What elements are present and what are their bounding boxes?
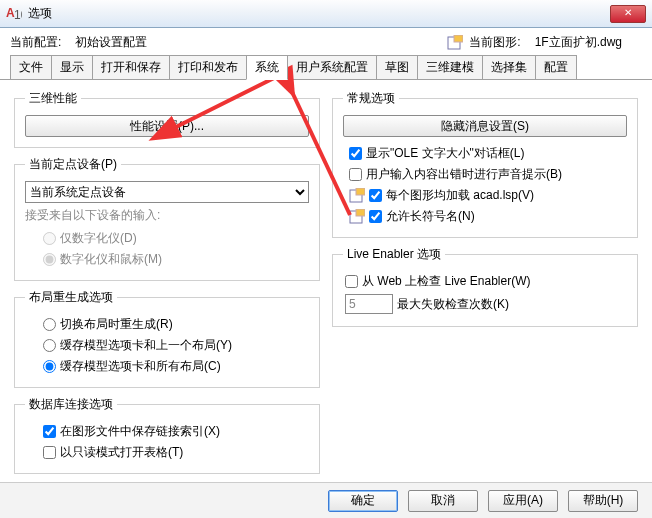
help-button[interactable]: 帮助(H) <box>568 490 638 512</box>
radio-digitizer-and-mouse <box>43 253 56 266</box>
apply-button[interactable]: 应用(A) <box>488 490 558 512</box>
opt-digitizer-only: 仅数字化仪(D) <box>25 228 309 249</box>
right-column: 常规选项 隐藏消息设置(S) 显示"OLE 文字大小"对话框(L) 用户输入内容… <box>332 90 638 474</box>
group-3d-performance: 三维性能 性能设置(P)... <box>14 90 320 148</box>
group-layout-title: 布局重生成选项 <box>25 289 117 306</box>
opt-cache-all[interactable]: 缓存模型选项卡和所有布局(C) <box>25 356 309 377</box>
group-pointing-device: 当前定点设备(P) 当前系统定点设备 接受来自以下设备的输入: 仅数字化仪(D)… <box>14 156 320 281</box>
performance-settings-button[interactable]: 性能设置(P)... <box>25 115 309 137</box>
tab-drafting[interactable]: 草图 <box>376 55 418 79</box>
check-long-names[interactable] <box>369 210 382 223</box>
radio-cache-last[interactable] <box>43 339 56 352</box>
tab-display[interactable]: 显示 <box>51 55 93 79</box>
tab-open-save[interactable]: 打开和保存 <box>92 55 170 79</box>
svg-rect-3 <box>454 35 463 42</box>
group-db-connect: 数据库连接选项 在图形文件中保存链接索引(X) 以只读模式打开表格(T) <box>14 396 320 474</box>
opt-long-names[interactable]: 允许长符号名(N) <box>343 206 627 227</box>
svg-rect-7 <box>356 209 365 216</box>
opt-beep-error[interactable]: 用户输入内容出错时进行声音提示(B) <box>343 164 627 185</box>
titlebar: A10 选项 ✕ <box>0 0 652 28</box>
current-drawing-value: 1F立面扩初.dwg <box>535 34 622 51</box>
tab-user-prefs[interactable]: 用户系统配置 <box>287 55 377 79</box>
opt-save-link-index[interactable]: 在图形文件中保存链接索引(X) <box>25 421 309 442</box>
check-readonly-tables[interactable] <box>43 446 56 459</box>
drawing-badge-icon-2 <box>349 209 365 225</box>
drawing-icon <box>447 35 463 51</box>
drawing-badge-icon <box>349 188 365 204</box>
radio-digitizer-only <box>43 232 56 245</box>
max-fail-input[interactable] <box>345 294 393 314</box>
group-live-title: Live Enabler 选项 <box>343 246 445 263</box>
tab-files[interactable]: 文件 <box>10 55 52 79</box>
opt-readonly-tables[interactable]: 以只读模式打开表格(T) <box>25 442 309 463</box>
current-config-value: 初始设置配置 <box>75 34 147 51</box>
close-button[interactable]: ✕ <box>610 5 646 23</box>
tab-selection[interactable]: 选择集 <box>482 55 536 79</box>
max-fail-row: 最大失败检查次数(K) <box>343 292 627 316</box>
group-general-options: 常规选项 隐藏消息设置(S) 显示"OLE 文字大小"对话框(L) 用户输入内容… <box>332 90 638 238</box>
tab-3d-modeling[interactable]: 三维建模 <box>417 55 483 79</box>
radio-regen-switch[interactable] <box>43 318 56 331</box>
header-row: 当前配置: 初始设置配置 当前图形: 1F立面扩初.dwg <box>0 28 652 53</box>
left-column: 三维性能 性能设置(P)... 当前定点设备(P) 当前系统定点设备 接受来自以… <box>14 90 320 474</box>
check-beep-error[interactable] <box>349 168 362 181</box>
opt-ole-dialog[interactable]: 显示"OLE 文字大小"对话框(L) <box>343 143 627 164</box>
group-3d-title: 三维性能 <box>25 90 81 107</box>
svg-text:10: 10 <box>14 8 22 22</box>
cancel-button[interactable]: 取消 <box>408 490 478 512</box>
group-db-title: 数据库连接选项 <box>25 396 117 413</box>
max-fail-label: 最大失败检查次数(K) <box>397 296 509 313</box>
check-acad-lsp[interactable] <box>369 189 382 202</box>
group-general-title: 常规选项 <box>343 90 399 107</box>
current-config-label: 当前配置: <box>10 34 61 51</box>
group-pointing-title: 当前定点设备(P) <box>25 156 121 173</box>
opt-regen-switch[interactable]: 切换布局时重生成(R) <box>25 314 309 335</box>
tab-plot-publish[interactable]: 打印和发布 <box>169 55 247 79</box>
tab-system[interactable]: 系统 <box>246 55 288 80</box>
footer: 确定 取消 应用(A) 帮助(H) <box>0 482 652 518</box>
app-icon: A10 <box>6 6 22 22</box>
group-live-enabler: Live Enabler 选项 从 Web 上检查 Live Enabler(W… <box>332 246 638 327</box>
opt-acad-lsp[interactable]: 每个图形均加载 acad.lsp(V) <box>343 185 627 206</box>
group-layout-regen: 布局重生成选项 切换布局时重生成(R) 缓存模型选项卡和上一个布局(Y) 缓存模… <box>14 289 320 388</box>
opt-check-web[interactable]: 从 Web 上检查 Live Enabler(W) <box>343 271 627 292</box>
window-title: 选项 <box>28 5 610 22</box>
radio-cache-all[interactable] <box>43 360 56 373</box>
current-drawing-label: 当前图形: <box>469 34 520 51</box>
check-ole-dialog[interactable] <box>349 147 362 160</box>
accept-input-label: 接受来自以下设备的输入: <box>25 207 309 224</box>
check-save-link-index[interactable] <box>43 425 56 438</box>
opt-digitizer-and-mouse: 数字化仪和鼠标(M) <box>25 249 309 270</box>
svg-rect-5 <box>356 188 365 195</box>
hidden-message-settings-button[interactable]: 隐藏消息设置(S) <box>343 115 627 137</box>
tabs: 文件 显示 打开和保存 打印和发布 系统 用户系统配置 草图 三维建模 选择集 … <box>0 55 652 80</box>
ok-button[interactable]: 确定 <box>328 490 398 512</box>
pointing-device-select[interactable]: 当前系统定点设备 <box>25 181 309 203</box>
tab-profiles[interactable]: 配置 <box>535 55 577 79</box>
opt-cache-last[interactable]: 缓存模型选项卡和上一个布局(Y) <box>25 335 309 356</box>
check-live-web[interactable] <box>345 275 358 288</box>
